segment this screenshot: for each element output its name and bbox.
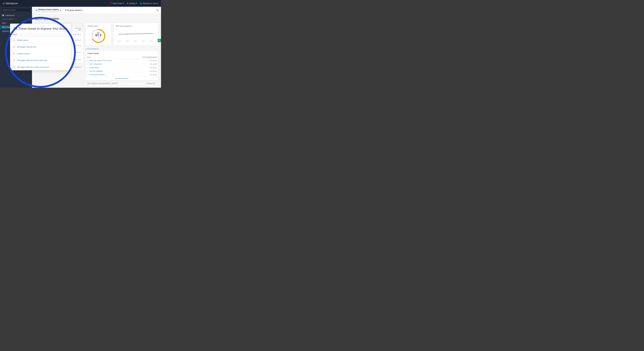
fixed-issue-link[interactable]: Touchscreen-readiness <box>89 74 105 76</box>
highlighted-issues-panel: Fix These Issues to Improve Your Score I… <box>10 24 71 70</box>
fixed-issue-link[interactable]: Font size readability <box>89 70 103 72</box>
fixed-issue-link[interactable]: Pages with mixed HTTPS content <box>89 60 112 61</box>
svg-text:9/22/2017: 9/22/2017 <box>126 41 129 42</box>
site-url: http://master.siteimprovedemo.com <box>38 10 59 12</box>
highlighted-issue-link[interactable]: 340 pages with low text-to-code ratio <box>17 59 47 61</box>
seo-progress-title: SEO Score progress ℹ <box>116 25 156 27</box>
seo-progress-card: SEO Score progress ℹ 100 50 0 <box>113 23 158 46</box>
points-cell: 1.56 points <box>70 49 83 56</box>
crawl-info: Next complete crawl scheduled for: 10/9/… <box>86 82 158 85</box>
see-all-fixed-issues-link[interactable]: See all fixed issues <box>86 77 158 80</box>
fixed-points-cell: 2.50 points <box>130 70 158 73</box>
highlighted-issue-link[interactable]: Desktop speed <box>17 53 29 55</box>
list-item: ⚠ 340 pages with low text-to-code ratio <box>10 57 71 64</box>
svg-point-13 <box>127 34 128 35</box>
sub-header: 🌐 Siteimprove Demo Analytics http://mast… <box>32 7 161 14</box>
highlighted-panel-table: Issue ⚠ Mobile speed ⚠ 340 pages missing… <box>10 33 71 70</box>
warning-icon: ⚠ <box>13 59 15 62</box>
chevron-left-icon: ‹ <box>2 18 3 20</box>
list-item: ⚠ Mobile speed <box>10 37 71 43</box>
highlighted-issue-link[interactable]: 340 pages missing SSL <box>17 46 36 48</box>
search-button[interactable]: 🔍 <box>156 9 159 12</box>
fixed-points-cell: 3.60 points <box>130 62 158 66</box>
overall-score-card: Overall score ℹ SE <box>86 23 111 46</box>
fixed-issue-link[interactable]: Unsafe domain <box>89 67 100 69</box>
highlighted-issue-col: Issue <box>10 33 71 37</box>
table-row: ✓ Touchscreen-readiness 2.50 points <box>86 73 158 77</box>
score-row: Overall score ℹ SE <box>86 23 158 46</box>
user-chevron-icon: ▾ <box>157 2 158 5</box>
svg-text:9/26/2017: 9/26/2017 <box>134 41 137 42</box>
warning-icon: ⚠ <box>13 39 15 41</box>
fixed-issues-table: Issue Points already gained ✓ Pages with… <box>86 56 158 77</box>
group-icon: ⚑ <box>65 9 67 11</box>
score-gauge: SEO 67.3 /100 + 6.1 <box>91 28 106 44</box>
highlighted-issue-link[interactable]: 336 pages with low content word count <box>17 66 49 68</box>
fixed-points-col-header: Points already gained <box>130 56 158 59</box>
gear-icon: ⚙ <box>127 2 128 5</box>
user-menu-button[interactable]: 👤 Siteimprove User ▾ <box>140 2 158 5</box>
score-breakdown-link[interactable]: ≡ Score breakdown <box>86 47 158 50</box>
top-nav-right: ❓ Help Center ▾ ⚙ Settings ▾ 👤 Siteimpro… <box>110 2 158 5</box>
site-icon: 🌐 <box>36 9 38 11</box>
help-button[interactable]: ? <box>158 39 161 42</box>
site-chevron-icon: ▾ <box>60 9 61 11</box>
top-navigation: ⊙ Siteimprove ❓ Help Center ▾ ⚙ Settings… <box>0 0 161 7</box>
svg-text:10/9/2017: 10/9/2017 <box>150 41 153 42</box>
overall-score-title: Overall score ℹ <box>88 25 109 27</box>
check-icon: ✓ <box>87 63 88 65</box>
fixed-points-cell: 3.15 points <box>130 66 158 70</box>
points-cell: 10.00 points <box>70 32 83 38</box>
settings-button[interactable]: ⚙ Settings ▾ <box>127 2 137 5</box>
site-name: Siteimprove Demo Analytics <box>38 9 59 10</box>
site-selector[interactable]: 🌐 Siteimprove Demo Analytics http://mast… <box>34 8 62 13</box>
last-crawl-text: rawl: 10/5/2017 <box>71 67 81 68</box>
highlighted-panel-title: Fix These Issues to Improve Your Score <box>10 24 71 33</box>
info-icon[interactable]: ℹ <box>98 25 99 27</box>
fixed-issues-section: Fixed Issues Issue Points already gained… <box>86 50 158 80</box>
svg-text:9/30/2017: 9/30/2017 <box>142 41 145 42</box>
help-icon: ❓ <box>110 2 112 5</box>
fixed-issue-col-header: Issue <box>86 56 130 59</box>
progress-chart: 100 50 0 9/18/2017 <box>116 28 156 42</box>
gauge-score: 67.3 <box>95 34 101 37</box>
page-title: SEO Overview <box>35 17 158 21</box>
progress-info-icon[interactable]: ℹ <box>132 25 132 27</box>
home-icon: 🏠 <box>2 14 4 16</box>
fixed-points-cell: 4.50 points <box>130 59 158 62</box>
check-icon: ✓ <box>87 67 88 69</box>
list-item: ⚠ 336 pages with low content word count <box>10 64 71 70</box>
gauge-denom: /100 <box>95 37 101 38</box>
check-icon: ✓ <box>87 74 88 76</box>
settings-chevron-icon: ▾ <box>136 2 137 5</box>
help-center-button[interactable]: ❓ Help Center ▾ <box>110 2 124 5</box>
list-item: ⚠ 340 pages missing SSL <box>10 43 71 50</box>
fixed-issues-title: Fixed Issues <box>86 51 158 56</box>
table-row: ✓ Font size readability 2.50 points <box>86 70 158 73</box>
highlighted-issue-link[interactable]: Mobile speed <box>17 39 28 41</box>
svg-text:50: 50 <box>116 35 116 36</box>
group-selector[interactable]: ⚑ No group selected ▾ <box>64 9 84 12</box>
breakdown-icon: ≡ <box>86 48 86 50</box>
fixed-points-cell: 2.50 points <box>130 73 158 77</box>
score-column: Overall score ℹ SE <box>86 23 158 85</box>
gauge-delta: + 6.1 <box>95 38 101 40</box>
sidebar-section-main-menu: ‹ MAIN MENU <box>0 17 32 21</box>
points-col-header: s you can gain <box>70 26 83 32</box>
table-row: ✓ Pages with mixed HTTPS content 4.50 po… <box>86 59 158 62</box>
table-row: ✓ GZIP Compression 3.60 points <box>86 62 158 66</box>
fixed-issue-link[interactable]: GZIP Compression <box>89 63 102 65</box>
warning-icon: ⚠ <box>13 52 15 55</box>
app-logo: ⊙ Siteimprove <box>3 2 18 5</box>
search-input[interactable] <box>1 8 31 12</box>
crawl-scheduled-text: Next complete crawl scheduled for: 10/9/… <box>88 83 118 84</box>
check-icon: ✓ <box>87 70 88 72</box>
points-cell: 1.54 points <box>70 56 83 63</box>
crawling-status-text: Crawling site... <box>146 83 156 84</box>
svg-text:0: 0 <box>116 40 116 41</box>
points-cell: 3.60 points <box>70 43 83 49</box>
sidebar-item-dashboard[interactable]: 🏠 Dashboard <box>0 13 32 17</box>
user-icon: 👤 <box>140 2 142 5</box>
help-chevron-icon: ▾ <box>123 2 124 5</box>
warning-icon: ⚠ <box>13 45 15 48</box>
